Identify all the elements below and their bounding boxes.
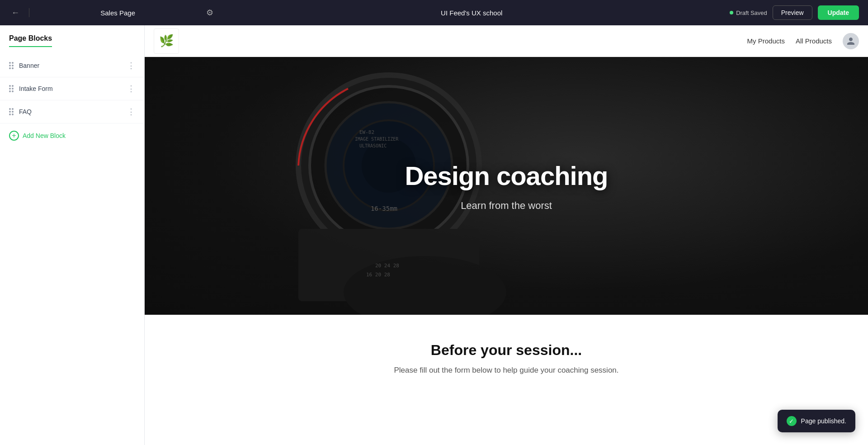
logo-leaf-icon: 🌿	[159, 34, 174, 48]
svg-text:ULTRASONIC: ULTRASONIC	[359, 143, 387, 148]
hero-title: Design coaching	[405, 161, 608, 191]
sidebar-title: Page Blocks	[9, 34, 52, 47]
site-frame: 🌿 My Products All Products	[145, 25, 868, 445]
preview-area: 🌿 My Products All Products	[145, 25, 868, 445]
svg-text:IMAGE STABILIZER: IMAGE STABILIZER	[355, 137, 399, 142]
update-button[interactable]: Update	[818, 5, 859, 20]
settings-icon: ⚙	[206, 8, 213, 17]
back-icon: ←	[11, 8, 19, 18]
drag-handle-intake-form[interactable]	[9, 85, 14, 92]
add-new-block-button[interactable]: + Add New Block	[0, 123, 144, 148]
site-nav: 🌿 My Products All Products	[145, 25, 868, 57]
nav-my-products[interactable]: My Products	[747, 37, 785, 45]
settings-button[interactable]: ⚙	[206, 8, 213, 18]
svg-text:EW-82: EW-82	[359, 129, 374, 135]
content-heading: Before your session...	[163, 342, 850, 359]
plus-circle-icon: +	[9, 131, 19, 141]
add-block-label: Add New Block	[23, 132, 66, 139]
svg-text:20 24 28: 20 24 28	[375, 263, 399, 269]
toast-message: Page published.	[801, 417, 846, 425]
block-item-intake-form[interactable]: Intake Form ⋮	[0, 77, 144, 100]
back-button[interactable]: ←	[9, 6, 22, 19]
block-menu-banner[interactable]: ⋮	[127, 61, 135, 71]
draft-dot	[730, 11, 733, 14]
block-label-banner: Banner	[19, 62, 127, 69]
hero-subtitle: Learn from the worst	[405, 200, 608, 212]
page-title: Sales Page	[37, 9, 199, 17]
hero-banner: EW-82 IMAGE STABILIZER ULTRASONIC 16-35m…	[145, 57, 868, 315]
hero-content: Design coaching Learn from the worst	[405, 161, 608, 212]
block-item-banner[interactable]: Banner ⋮	[0, 54, 144, 77]
nav-all-products[interactable]: All Products	[796, 37, 832, 45]
toast-notification: ✓ Page published.	[778, 410, 855, 432]
block-label-intake-form: Intake Form	[19, 85, 127, 92]
site-name: UI Feed's UX school	[391, 9, 553, 17]
block-menu-intake-form[interactable]: ⋮	[127, 84, 135, 94]
draft-saved-indicator: Draft Saved	[730, 9, 767, 16]
drag-handle-banner[interactable]	[9, 62, 14, 69]
user-avatar[interactable]	[843, 33, 859, 49]
block-menu-faq[interactable]: ⋮	[127, 107, 135, 117]
block-item-faq[interactable]: FAQ ⋮	[0, 100, 144, 123]
preview-button[interactable]: Preview	[773, 5, 812, 20]
block-label-faq: FAQ	[19, 108, 127, 115]
content-body: Please fill out the form below to help g…	[371, 366, 642, 375]
sidebar: Page Blocks Banner ⋮	[0, 25, 145, 445]
content-section: Before your session... Please fill out t…	[145, 315, 868, 393]
drag-handle-faq[interactable]	[9, 108, 14, 115]
svg-text:16  20  28: 16 20 28	[366, 272, 390, 278]
svg-text:16-35mm: 16-35mm	[371, 205, 397, 212]
site-logo: 🌿	[154, 28, 179, 54]
toast-check-icon: ✓	[787, 416, 797, 426]
site-nav-links: My Products All Products	[747, 33, 859, 49]
